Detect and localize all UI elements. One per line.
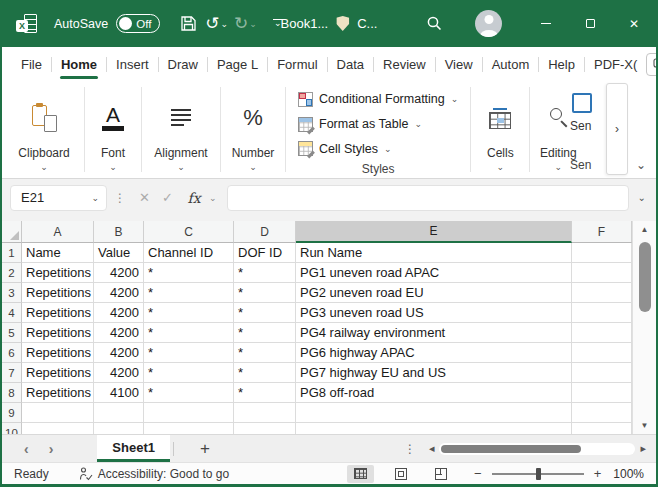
cell[interactable] xyxy=(572,343,632,363)
cell[interactable]: * xyxy=(144,343,234,363)
scroll-down-icon[interactable]: ▼ xyxy=(633,422,656,430)
row-header[interactable]: 6 xyxy=(2,343,22,363)
normal-view-button[interactable] xyxy=(347,465,374,483)
cell[interactable]: PG8 off-road xyxy=(296,383,572,403)
sensitivity-group[interactable]: Sen Sen xyxy=(570,85,602,176)
row-header[interactable]: 1 xyxy=(2,243,22,263)
confirm-entry-button[interactable]: ✓ xyxy=(156,190,179,205)
chevron-down-icon[interactable]: ⌄ xyxy=(109,162,117,172)
cell[interactable]: Repetitions xyxy=(22,283,94,303)
row-header[interactable]: 7 xyxy=(2,363,22,383)
expand-formula-bar-button[interactable]: ⌄ xyxy=(638,192,646,203)
chevron-down-icon[interactable]: ⌄ xyxy=(40,162,48,172)
tab-view[interactable]: View xyxy=(436,47,482,81)
cell[interactable]: 4200 xyxy=(94,283,144,303)
chevron-down-icon[interactable]: ⌄ xyxy=(177,162,185,172)
cell[interactable]: Repetitions xyxy=(22,323,94,343)
page-layout-view-button[interactable] xyxy=(387,465,414,483)
cell[interactable]: 4200 xyxy=(94,303,144,323)
cell[interactable]: PG7 highway EU and US xyxy=(296,363,572,383)
cell[interactable] xyxy=(572,303,632,323)
cell[interactable] xyxy=(572,243,632,263)
conditional-formatting-button[interactable]: Conditional Formatting ⌄ xyxy=(298,87,458,112)
cell[interactable] xyxy=(572,383,632,403)
cancel-entry-button[interactable]: ✕ xyxy=(133,190,156,205)
add-sheet-button[interactable]: + xyxy=(200,440,210,457)
tab-page-layout[interactable]: Page L xyxy=(208,47,267,81)
column-header-b[interactable]: B xyxy=(94,221,144,243)
vertical-scrollbar[interactable]: ▲ ▼ xyxy=(632,221,656,434)
tab-automate[interactable]: Autom xyxy=(483,47,539,81)
select-all-button[interactable] xyxy=(2,221,22,243)
zoom-in-button[interactable]: + xyxy=(594,466,602,481)
cell[interactable]: * xyxy=(234,263,296,283)
column-header-c[interactable]: C xyxy=(144,221,234,243)
tab-data[interactable]: Data xyxy=(328,47,373,81)
cell[interactable] xyxy=(94,423,144,434)
column-header-f[interactable]: F xyxy=(572,221,632,243)
cell[interactable]: * xyxy=(234,343,296,363)
cell[interactable]: * xyxy=(234,323,296,343)
tab-draw[interactable]: Draw xyxy=(159,47,207,81)
row-header[interactable]: 2 xyxy=(2,263,22,283)
sheet-tab-sheet1[interactable]: Sheet1 xyxy=(97,435,170,462)
cell[interactable]: * xyxy=(144,303,234,323)
cells-group-button[interactable]: Cells ⌄ xyxy=(473,81,527,178)
undo-button[interactable]: ↺ ⌄ xyxy=(205,15,228,32)
cell[interactable] xyxy=(144,403,234,423)
horizontal-scrollbar[interactable]: ◂ ▸ xyxy=(429,443,646,455)
cell[interactable]: Value xyxy=(94,243,144,263)
column-header-e-selected[interactable]: E xyxy=(296,221,572,243)
cell[interactable]: Repetitions xyxy=(22,303,94,323)
redo-button[interactable]: ↻ ⌄ xyxy=(234,15,257,32)
page-break-view-button[interactable] xyxy=(427,465,454,483)
chevron-down-icon[interactable]: ⌄ xyxy=(555,162,563,172)
document-title-group[interactable]: Book1... C... xyxy=(281,16,378,31)
next-sheet-button[interactable]: › xyxy=(49,442,54,456)
cell[interactable]: * xyxy=(234,363,296,383)
save-button[interactable] xyxy=(175,9,201,39)
zoom-out-button[interactable]: − xyxy=(474,466,482,481)
accessibility-status[interactable]: Accessibility: Good to go xyxy=(79,467,229,481)
cell[interactable]: Repetitions xyxy=(22,263,94,283)
cell[interactable] xyxy=(22,423,94,434)
vertical-scrollbar-thumb[interactable] xyxy=(639,242,651,312)
name-box[interactable]: E21 ⌄ xyxy=(10,185,107,211)
format-as-table-button[interactable]: Format as Table ⌄ xyxy=(298,112,458,137)
cell[interactable] xyxy=(572,283,632,303)
cell[interactable] xyxy=(22,403,94,423)
cell[interactable]: PG1 uneven road APAC xyxy=(296,263,572,283)
font-group-button[interactable]: A Font ⌄ xyxy=(87,81,139,178)
cell[interactable] xyxy=(296,423,572,434)
cell[interactable]: * xyxy=(144,383,234,403)
tab-formulas[interactable]: Formul xyxy=(268,47,326,81)
cell[interactable] xyxy=(572,403,632,423)
cell[interactable]: 4100 xyxy=(94,383,144,403)
tab-pdf-xchange[interactable]: PDF-X( xyxy=(585,47,646,81)
chevron-down-icon[interactable]: ⌄ xyxy=(249,162,257,172)
cell[interactable]: * xyxy=(234,283,296,303)
cell[interactable] xyxy=(572,423,632,434)
cell[interactable] xyxy=(572,263,632,283)
collapse-ribbon-button[interactable]: ⌄ xyxy=(631,155,651,175)
scroll-right-icon[interactable]: ▸ xyxy=(640,443,646,454)
account-avatar[interactable] xyxy=(475,10,502,37)
zoom-slider-thumb[interactable] xyxy=(536,468,541,480)
tab-scroll-grip-icon[interactable]: ⋮ xyxy=(404,442,416,456)
cell[interactable]: DOF ID xyxy=(234,243,296,263)
row-header[interactable]: 10 xyxy=(2,423,22,434)
cell[interactable] xyxy=(234,403,296,423)
close-button[interactable]: ✕ xyxy=(612,0,656,47)
cell[interactable]: Name xyxy=(22,243,94,263)
row-header[interactable]: 8 xyxy=(2,383,22,403)
horizontal-scrollbar-track[interactable] xyxy=(439,443,635,455)
comments-button[interactable] xyxy=(646,53,658,76)
cell[interactable]: 4200 xyxy=(94,323,144,343)
tab-help[interactable]: Help xyxy=(539,47,584,81)
formula-input[interactable] xyxy=(227,185,629,211)
cell[interactable] xyxy=(296,403,572,423)
cell[interactable]: * xyxy=(144,263,234,283)
row-header[interactable]: 5 xyxy=(2,323,22,343)
cell[interactable] xyxy=(572,363,632,383)
cell[interactable]: Repetitions xyxy=(22,363,94,383)
